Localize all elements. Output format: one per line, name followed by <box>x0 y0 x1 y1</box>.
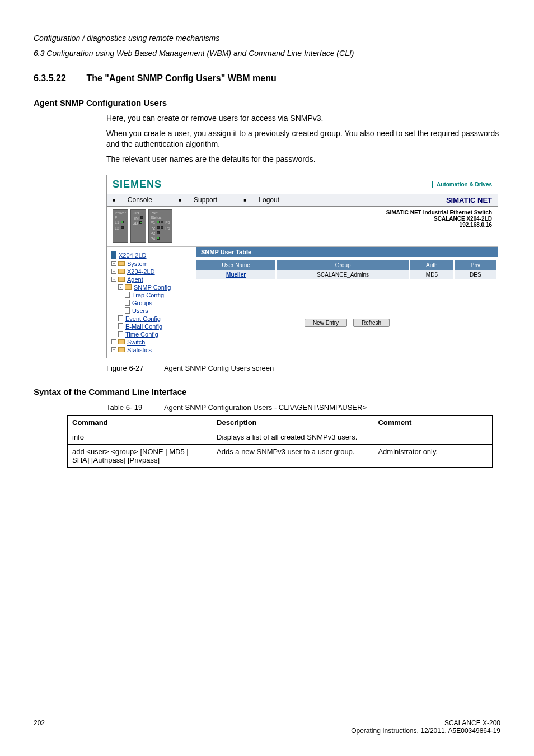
table-label: Table 6- 19 <box>106 403 162 412</box>
status-col: Port Status P1 P5 P2 P6 P3 P4 <box>148 209 172 243</box>
cli-cell-comment <box>373 430 493 444</box>
device-info-line1: SIMATIC NET Industrial Ethernet Switch <box>386 209 492 216</box>
cli-cell-description: Displays a list of all created SNMPv3 us… <box>212 430 373 444</box>
cli-command-table: Command Description Comment info Display… <box>67 415 493 468</box>
tree-item-groups[interactable]: Groups <box>111 300 194 306</box>
col-header-auth: Auth <box>410 260 454 270</box>
figure-caption: Figure 6-27 Agent SNMP Config Users scre… <box>106 364 500 372</box>
automation-drives-label: Automation & Drives <box>432 181 492 188</box>
brand-bar: SIEMENS Automation & Drives <box>107 175 498 194</box>
section-number: 6.3.5.22 <box>34 73 84 83</box>
cli-header-description: Description <box>212 415 373 430</box>
tree-item-time-config[interactable]: Time Config <box>111 331 194 338</box>
new-entry-button[interactable]: New Entry <box>305 319 347 327</box>
tree-item-x204[interactable]: +X204-2LD <box>111 268 194 275</box>
running-header: Configuration / diagnostics using remote… <box>34 34 500 58</box>
section-title: The "Agent SNMP Config Users" WBM menu <box>86 73 276 83</box>
nav-logout-link[interactable]: ■Logout <box>243 196 292 204</box>
bullet-icon: ■ <box>113 198 115 203</box>
wbm-screenshot: SIEMENS Automation & Drives ■Console ■Su… <box>107 175 498 358</box>
wbm-body: X204-2LD +System +X204-2LD -Agent -SNMP … <box>107 247 498 358</box>
nav-console-link[interactable]: ■Console <box>113 196 165 204</box>
figure-text: Agent SNMP Config Users screen <box>164 364 274 372</box>
expand-icon[interactable]: + <box>111 269 116 274</box>
cli-header-command: Command <box>68 415 212 430</box>
table-row: Mueller SCALANCE_Admins MD5 DES <box>196 270 497 279</box>
heading-syntax-cli: Syntax of the Command Line Interface <box>34 387 500 396</box>
cli-cell-command: add <user> <group> [NONE | MD5 | SHA] [A… <box>68 444 212 467</box>
table-caption-text: Agent SNMP Configuration Users - CLI\AGE… <box>164 403 367 412</box>
cli-cell-comment: Administrator only. <box>373 444 493 467</box>
collapse-icon[interactable]: - <box>111 277 116 282</box>
device-icon <box>111 251 116 259</box>
refresh-button[interactable]: Refresh <box>353 319 390 327</box>
tree-item-trap-config[interactable]: Trap Config <box>111 292 194 298</box>
status-col: CPU RM SB <box>130 209 146 243</box>
page-icon <box>125 292 130 298</box>
footer-docref: Operating Instructions, 12/2011, A5E0034… <box>351 727 500 735</box>
folder-icon <box>118 261 125 266</box>
nav-row: ■Console ■Support ■Logout SIMATIC NET <box>107 194 498 207</box>
paragraph: The relevant user names are the defaults… <box>106 154 500 165</box>
paragraph: When you create a user, you assign it to… <box>106 128 500 150</box>
folder-icon <box>118 339 125 344</box>
folder-icon <box>118 269 125 274</box>
tree-item-switch[interactable]: +Switch <box>111 339 194 346</box>
button-row: New Entry Refresh <box>196 279 498 332</box>
status-row: Power FL1 L2 CPU RM SB Port Status P1 P5… <box>107 207 498 247</box>
snmp-user-table: User Name Group Auth Priv Mueller SCALAN… <box>196 260 498 279</box>
tree-item-agent[interactable]: -Agent <box>111 276 194 283</box>
expand-icon[interactable]: + <box>111 339 116 344</box>
footer-product: SCALANCE X-200 <box>351 719 500 727</box>
tree-item-users[interactable]: Users <box>111 307 194 314</box>
header-line1: Configuration / diagnostics using remote… <box>34 34 500 43</box>
page-footer: 202 SCALANCE X-200 Operating Instruction… <box>34 719 500 735</box>
expand-icon[interactable]: + <box>111 261 116 266</box>
table-row: info Displays a list of all created SNMP… <box>68 430 493 444</box>
folder-icon <box>118 347 125 352</box>
panel-title-bar: SNMP User Table <box>196 247 498 257</box>
footer-right: SCALANCE X-200 Operating Instructions, 1… <box>351 719 500 735</box>
cell-priv: DES <box>454 270 497 279</box>
nav-tree-panel: X204-2LD +System +X204-2LD -Agent -SNMP … <box>107 247 196 358</box>
tree-item-statistics[interactable]: +Statistics <box>111 347 194 353</box>
header-rule <box>34 45 500 45</box>
page-icon <box>118 331 123 337</box>
cell-user-link[interactable]: Mueller <box>196 270 276 279</box>
simatic-net-label: SIMATIC NET <box>446 196 492 204</box>
wbm-screenshot-figure: SIEMENS Automation & Drives ■Console ■Su… <box>106 175 498 358</box>
folder-open-icon <box>118 277 125 282</box>
tree-item-email-config[interactable]: E-Mail Config <box>111 323 194 330</box>
status-col: Power FL1 L2 <box>113 209 128 243</box>
device-info: SIMATIC NET Industrial Ethernet Switch S… <box>386 209 492 243</box>
section-heading: 6.3.5.22 The "Agent SNMP Config Users" W… <box>34 73 500 83</box>
tree-item-event-config[interactable]: Event Config <box>111 315 194 322</box>
collapse-icon[interactable]: - <box>118 284 123 290</box>
page-icon <box>125 300 130 306</box>
device-info-line2: SCALANCE X204-2LD <box>386 216 492 222</box>
figure-label: Figure 6-27 <box>106 364 162 372</box>
col-header-group: Group <box>276 260 410 270</box>
col-header-priv: Priv <box>454 260 497 270</box>
bullet-icon: ■ <box>179 198 181 203</box>
page-number: 202 <box>34 719 45 735</box>
header-line2: 6.3 Configuration using Web Based Manage… <box>34 49 500 58</box>
page-icon <box>118 323 123 329</box>
paragraph: Here, you can create or remove users for… <box>106 113 500 124</box>
content-panel: SNMP User Table User Name Group Auth Pri… <box>196 247 498 358</box>
cell-group: SCALANCE_Admins <box>276 270 410 279</box>
expand-icon[interactable]: + <box>111 347 116 352</box>
tree-root[interactable]: X204-2LD <box>111 251 194 259</box>
nav-support-link[interactable]: ■Support <box>179 196 229 204</box>
tree-item-snmp-config[interactable]: -SNMP Config <box>111 284 194 291</box>
cli-cell-command: info <box>68 430 212 444</box>
tree-item-system[interactable]: +System <box>111 260 194 267</box>
cli-header-comment: Comment <box>373 415 493 430</box>
bullet-icon: ■ <box>243 198 246 203</box>
cell-auth: MD5 <box>410 270 454 279</box>
table-caption: Table 6- 19 Agent SNMP Configuration Use… <box>106 403 500 412</box>
page-icon <box>118 315 123 321</box>
siemens-logo: SIEMENS <box>113 179 162 190</box>
folder-open-icon <box>125 284 132 290</box>
cli-cell-description: Adds a new SNMPv3 user to a user group. <box>212 444 373 467</box>
